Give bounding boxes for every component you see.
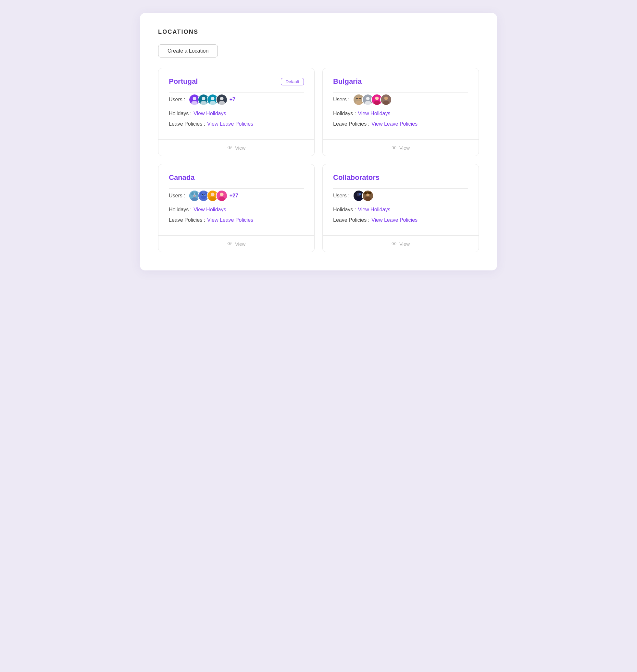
location-name-collaborators: Collaborators — [333, 174, 380, 182]
avatar-4-canada — [216, 190, 228, 202]
view-label-portugal: View — [235, 145, 245, 151]
holidays-row-bulgaria: Holidays : View Holidays — [333, 111, 468, 116]
holidays-row-canada: Holidays : View Holidays — [169, 207, 304, 213]
location-card-canada: Canada Users : — [158, 164, 315, 252]
svg-point-21 — [375, 97, 379, 100]
svg-point-49 — [359, 193, 361, 195]
leave-row-portugal: Leave Policies : View Leave Policies — [169, 121, 304, 127]
view-holidays-link-canada[interactable]: View Holidays — [194, 207, 226, 213]
avatars-bulgaria — [353, 94, 389, 106]
card-body-canada: Canada Users : — [159, 164, 314, 235]
users-label-collaborators: Users : — [333, 193, 350, 199]
eye-icon-collaborators: 👁 — [392, 241, 397, 247]
svg-point-5 — [200, 101, 207, 106]
svg-point-2 — [191, 101, 198, 106]
location-card-collaborators: Collaborators Users : — [322, 164, 479, 252]
holidays-label-bulgaria: Holidays : — [333, 111, 356, 116]
card-header-portugal: Portugal Default — [169, 77, 304, 86]
view-footer-portugal[interactable]: 👁 View — [159, 139, 314, 156]
leave-label-canada: Leave Policies : — [169, 217, 205, 223]
users-row-canada: Users : — [169, 190, 304, 202]
holidays-row-portugal: Holidays : View Holidays — [169, 111, 304, 116]
svg-point-19 — [365, 101, 371, 106]
users-label-portugal: Users : — [169, 97, 185, 103]
holidays-row-collaborators: Holidays : View Holidays — [333, 207, 468, 213]
view-leave-link-collaborators[interactable]: View Leave Policies — [371, 217, 418, 223]
view-footer-bulgaria[interactable]: 👁 View — [323, 139, 478, 156]
users-row-portugal: Users : — [169, 94, 304, 106]
extra-count-portugal: +7 — [230, 97, 235, 103]
holidays-label-canada: Holidays : — [169, 207, 192, 213]
avatars-collaborators — [353, 190, 371, 202]
view-label-collaborators: View — [399, 241, 410, 247]
leave-row-canada: Leave Policies : View Leave Policies — [169, 217, 304, 223]
locations-grid: Portugal Default Users : — [158, 68, 479, 252]
svg-point-39 — [204, 194, 205, 196]
svg-point-4 — [202, 97, 205, 100]
users-row-collaborators: Users : — [333, 190, 468, 202]
view-footer-canada[interactable]: 👁 View — [159, 235, 314, 252]
create-location-button[interactable]: Create a Location — [158, 44, 218, 57]
main-panel: LOCATIONS Create a Location Portugal Def… — [140, 13, 497, 270]
extra-count-canada: +27 — [230, 193, 238, 199]
view-label-canada: View — [235, 241, 245, 247]
svg-point-54 — [368, 192, 371, 195]
svg-point-7 — [211, 97, 214, 100]
eye-icon-bulgaria: 👁 — [392, 145, 397, 151]
holidays-label-collaborators: Holidays : — [333, 207, 356, 213]
svg-point-44 — [220, 193, 223, 196]
view-label-bulgaria: View — [399, 145, 410, 151]
leave-label-collaborators: Leave Policies : — [333, 217, 369, 223]
view-footer-collaborators[interactable]: 👁 View — [323, 235, 478, 252]
holidays-label-portugal: Holidays : — [169, 111, 192, 116]
leave-row-collaborators: Leave Policies : View Leave Policies — [333, 217, 468, 223]
card-body-collaborators: Collaborators Users : — [323, 164, 478, 235]
location-name-portugal: Portugal — [169, 77, 198, 86]
location-name-bulgaria: Bulgaria — [333, 77, 362, 86]
svg-rect-14 — [356, 98, 359, 99]
avatar-4-portugal — [216, 94, 228, 106]
view-leave-link-bulgaria[interactable]: View Leave Policies — [371, 121, 418, 127]
svg-point-38 — [202, 194, 203, 196]
avatars-portugal — [189, 94, 225, 106]
eye-icon-canada: 👁 — [227, 241, 233, 247]
view-holidays-link-bulgaria[interactable]: View Holidays — [358, 111, 390, 116]
card-info-bulgaria: Users : — [333, 94, 468, 127]
leave-label-bulgaria: Leave Policies : — [333, 121, 369, 127]
leave-row-bulgaria: Leave Policies : View Leave Policies — [333, 121, 468, 127]
view-leave-link-canada[interactable]: View Leave Policies — [207, 217, 253, 223]
location-name-canada: Canada — [169, 174, 195, 182]
card-body-portugal: Portugal Default Users : — [159, 68, 314, 139]
card-info-collaborators: Users : — [333, 190, 468, 223]
card-info-canada: Users : — [169, 190, 304, 223]
svg-point-10 — [220, 97, 223, 100]
svg-point-18 — [366, 97, 369, 100]
card-info-portugal: Users : — [169, 94, 304, 127]
location-card-portugal: Portugal Default Users : — [158, 68, 315, 156]
svg-rect-15 — [359, 98, 361, 99]
card-header-bulgaria: Bulgaria — [333, 77, 468, 86]
svg-point-11 — [219, 101, 225, 106]
page-title: LOCATIONS — [158, 29, 479, 35]
svg-point-8 — [210, 101, 216, 106]
view-holidays-link-portugal[interactable]: View Holidays — [194, 111, 226, 116]
location-card-bulgaria: Bulgaria Users : — [322, 68, 479, 156]
view-holidays-link-collaborators[interactable]: View Holidays — [358, 207, 390, 213]
default-badge-portugal: Default — [281, 78, 304, 85]
avatar-4-bulgaria — [380, 94, 392, 106]
svg-point-29 — [195, 192, 198, 196]
card-body-bulgaria: Bulgaria Users : — [323, 68, 478, 139]
users-label-bulgaria: Users : — [333, 97, 350, 103]
svg-point-1 — [193, 97, 196, 100]
card-header-collaborators: Collaborators — [333, 174, 468, 182]
svg-point-36 — [200, 192, 202, 195]
users-label-canada: Users : — [169, 193, 185, 199]
avatars-canada — [189, 190, 225, 202]
svg-point-24 — [384, 97, 388, 100]
svg-point-41 — [211, 193, 214, 196]
svg-point-28 — [191, 192, 194, 196]
view-leave-link-portugal[interactable]: View Leave Policies — [207, 121, 253, 127]
avatar-2-collaborators — [362, 190, 374, 202]
leave-label-portugal: Leave Policies : — [169, 121, 205, 127]
eye-icon-portugal: 👁 — [227, 145, 233, 151]
